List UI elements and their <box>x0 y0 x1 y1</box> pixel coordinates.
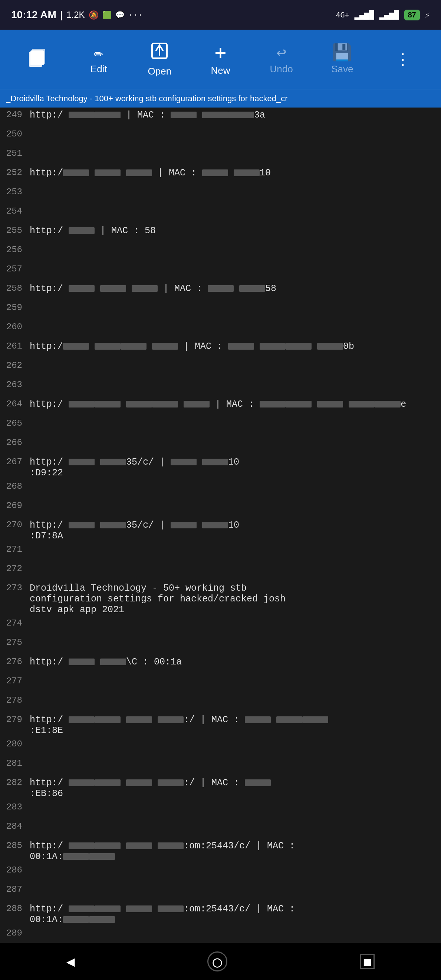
line-content <box>30 757 441 769</box>
line-content <box>30 378 441 390</box>
line-content <box>30 617 441 629</box>
signal-bars-2-icon: ▂▄▆█ <box>379 10 399 20</box>
table-row: 278 <box>0 693 441 712</box>
table-row: 256 <box>0 242 441 262</box>
line-number: 282 <box>0 776 30 788</box>
signal-bars-icon: ▂▄▆█ <box>355 10 374 20</box>
open-button[interactable]: Open <box>137 41 182 77</box>
line-content <box>30 927 441 939</box>
line-number: 270 <box>0 519 30 530</box>
line-number: 263 <box>0 378 30 390</box>
mute-icon: 🔕 <box>89 10 99 20</box>
line-content: http:/ | MAC : 58 <box>30 282 441 294</box>
line-content: http:/ :om:25443/c/ | MAC :00:1A: <box>30 839 441 862</box>
line-content: http:/ :/ | MAC : :EB:86 <box>30 776 441 799</box>
line-number: 251 <box>0 147 30 158</box>
line-number: 255 <box>0 224 30 235</box>
status-left: 10:12 AM | 1.2K 🔕 🟩 💬 ··· <box>11 9 143 21</box>
line-content: http:/ 35/c/ | 10:D9:22 <box>30 455 441 478</box>
line-number: 283 <box>0 800 30 812</box>
back-button[interactable]: ◀ <box>66 953 75 970</box>
line-number: 279 <box>0 713 30 724</box>
file-title-text: _Droidvilla Technology - 100+ working st… <box>6 94 288 103</box>
toolbar: ✏️ Edit Open + New ↩ Undo 💾 Save ⋮ <box>0 30 441 89</box>
table-row: 275 <box>0 635 441 654</box>
table-row: 261http:/ | MAC : 0b <box>0 339 441 358</box>
line-number: 264 <box>0 398 30 409</box>
line-content <box>30 636 441 648</box>
line-content: http:/ | MAC : 3a <box>30 108 441 121</box>
line-content <box>30 675 441 687</box>
table-row: 270http:/ 35/c/ | 10:D7:8A <box>0 518 441 542</box>
table-row: 289 <box>0 926 441 945</box>
line-number: 288 <box>0 902 30 914</box>
table-row: 281 <box>0 756 441 775</box>
line-number: 280 <box>0 738 30 749</box>
table-row: 288http:/ :om:25443/c/ | MAC :00:1A: <box>0 901 441 926</box>
save-button[interactable]: 💾 Save <box>320 44 365 75</box>
line-number: 249 <box>0 108 30 120</box>
charging-icon: ⚡ <box>425 10 430 20</box>
table-row: 258http:/ | MAC : 58 <box>0 281 441 300</box>
line-number: 265 <box>0 417 30 428</box>
svg-rect-2 <box>30 51 44 65</box>
more-icon: ··· <box>128 10 143 20</box>
line-number: 253 <box>0 185 30 197</box>
more-dots-icon: ⋮ <box>395 51 411 67</box>
table-row: 249http:/ | MAC : 3a <box>0 108 441 127</box>
table-row: 253 <box>0 185 441 204</box>
line-content <box>30 820 441 832</box>
line-number: 269 <box>0 499 30 511</box>
line-content: http:/ \C : 00:1a <box>30 655 441 667</box>
new-button[interactable]: + New <box>198 43 242 76</box>
battery-level: 87 <box>404 10 420 21</box>
line-number: 281 <box>0 757 30 768</box>
edit-label: Edit <box>91 64 107 75</box>
table-row: 273Droidvilla Technology - 50+ working s… <box>0 581 441 616</box>
more-button[interactable]: ⋮ <box>381 51 425 67</box>
line-number: 287 <box>0 883 30 894</box>
line-number: 252 <box>0 166 30 178</box>
status-right: 4G+ ▂▄▆█ ▂▄▆█ 87 ⚡ <box>336 10 430 21</box>
line-content <box>30 359 441 371</box>
edit-button[interactable]: ✏️ Edit <box>76 44 121 75</box>
save-label: Save <box>331 64 353 75</box>
status-bar: 10:12 AM | 1.2K 🔕 🟩 💬 ··· 4G+ ▂▄▆█ ▂▄▆█ … <box>0 0 441 30</box>
table-row: 257 <box>0 262 441 281</box>
line-content: Droidvilla Technology - 50+ working stbc… <box>30 581 441 615</box>
line-content <box>30 417 441 429</box>
edit-icon: ✏️ <box>94 44 104 60</box>
line-content <box>30 436 441 448</box>
line-content: http:/ | MAC : e <box>30 398 441 410</box>
table-row: 260 <box>0 320 441 339</box>
files-button[interactable] <box>16 48 60 70</box>
table-row: 254 <box>0 204 441 223</box>
line-content <box>30 499 441 511</box>
line-content <box>30 147 441 159</box>
line-content <box>30 883 441 895</box>
line-content <box>30 738 441 750</box>
line-content: http:/ | MAC : 58 <box>30 224 441 236</box>
line-number: 273 <box>0 581 30 593</box>
table-row: 276http:/ \C : 00:1a <box>0 654 441 674</box>
table-row: 284 <box>0 819 441 838</box>
line-number: 257 <box>0 262 30 274</box>
line-number: 274 <box>0 617 30 628</box>
line-content <box>30 243 441 256</box>
table-row: 286 <box>0 863 441 882</box>
table-row: 267http:/ 35/c/ | 10:D9:22 <box>0 455 441 479</box>
status-separator: | <box>60 9 63 21</box>
undo-button[interactable]: ↩ Undo <box>259 44 304 75</box>
line-content <box>30 127 441 140</box>
table-row: 250 <box>0 127 441 146</box>
line-number: 259 <box>0 301 30 313</box>
recents-button[interactable]: ■ <box>360 954 375 969</box>
home-button[interactable]: ○ <box>207 951 228 972</box>
editor-area[interactable]: 249http:/ | MAC : 3a250 251 252http:/ | … <box>0 108 441 980</box>
line-content <box>30 262 441 275</box>
line-number: 284 <box>0 820 30 831</box>
table-row: 274 <box>0 616 441 635</box>
line-number: 266 <box>0 436 30 447</box>
line-number: 286 <box>0 864 30 875</box>
table-row: 269 <box>0 498 441 518</box>
